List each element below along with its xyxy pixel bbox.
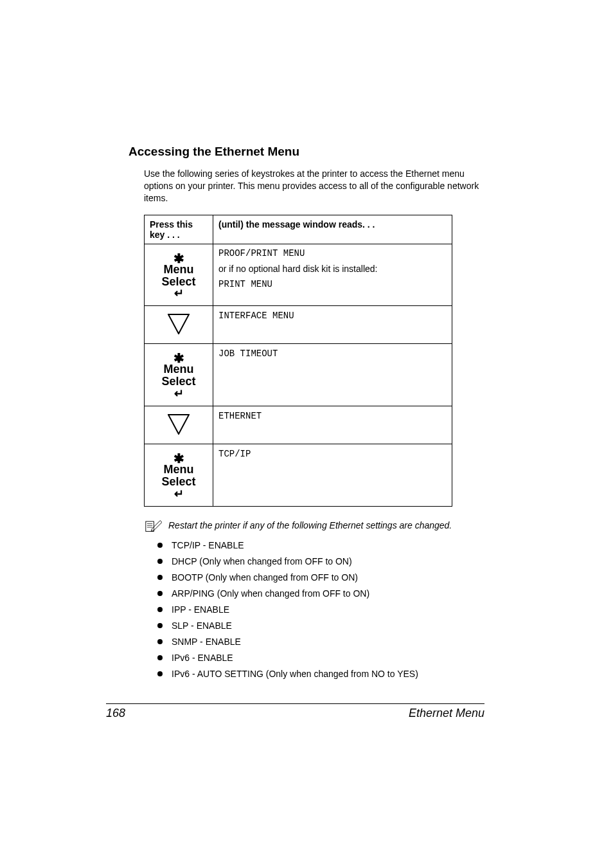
msg-mono: TCP/IP	[218, 449, 251, 459]
list-item: TCP/IP - ENABLE	[157, 541, 484, 550]
select-label: Select	[161, 276, 195, 288]
intro-paragraph: Use the following series of keystrokes a…	[144, 168, 484, 204]
list-item: BOOTP (Only when changed from OFF to ON)	[157, 573, 484, 582]
menu-select-key-icon: ✱ Menu Select ↵	[150, 248, 208, 302]
table-row: ETHERNET	[145, 406, 452, 444]
select-label: Select	[161, 375, 195, 388]
enter-arrow-icon: ↵	[174, 388, 184, 398]
th-key: Press this key . . .	[145, 215, 213, 244]
svg-marker-0	[168, 314, 189, 334]
settings-list: TCP/IP - ENABLE DHCP (Only when changed …	[157, 541, 484, 678]
footer-title: Ethernet Menu	[409, 707, 484, 720]
list-item: ARP/PING (Only when changed from OFF to …	[157, 589, 484, 598]
th-msg: (until) the message window reads. . .	[213, 215, 452, 244]
star-icon: ✱	[173, 352, 184, 363]
msg-mono: INTERFACE MENU	[218, 311, 294, 321]
page-number: 168	[106, 707, 125, 720]
msg-mono: ETHERNET	[218, 411, 262, 421]
section-heading: Accessing the Ethernet Menu	[129, 145, 484, 159]
menu-select-key-icon: ✱ Menu Select ↵	[150, 348, 208, 402]
msg-line2-mono: PRINT MENU	[218, 279, 447, 289]
enter-arrow-icon: ↵	[174, 287, 184, 298]
keystroke-table: Press this key . . . (until) the message…	[144, 215, 452, 507]
star-icon: ✱	[173, 452, 184, 464]
page-footer: 168 Ethernet Menu	[106, 703, 484, 720]
list-item: IPv6 - ENABLE	[157, 653, 484, 662]
svg-marker-1	[168, 415, 189, 434]
table-row: ✱ Menu Select ↵ TCP/IP	[145, 444, 452, 507]
list-item: SLP - ENABLE	[157, 621, 484, 630]
down-key-icon	[150, 410, 208, 440]
table-row: ✱ Menu Select ↵ PROOF/PRINT MENU or if n…	[145, 244, 452, 306]
star-icon: ✱	[173, 252, 184, 264]
note-icon	[144, 520, 162, 534]
note: Restart the printer if any of the follow…	[144, 520, 484, 534]
msg-mono: JOB TIMEOUT	[218, 348, 278, 359]
menu-label: Menu	[164, 264, 194, 276]
page: Accessing the Ethernet Menu Use the foll…	[0, 0, 613, 868]
table-row: INTERFACE MENU	[145, 306, 452, 344]
list-item: SNMP - ENABLE	[157, 637, 484, 646]
list-item: IPv6 - AUTO SETTING (Only when changed f…	[157, 669, 484, 678]
down-key-icon	[150, 310, 208, 339]
menu-label: Menu	[164, 464, 194, 476]
select-label: Select	[161, 476, 195, 488]
menu-label: Menu	[164, 363, 194, 375]
list-item: IPP - ENABLE	[157, 605, 484, 614]
enter-arrow-icon: ↵	[174, 488, 184, 498]
note-text: Restart the printer if any of the follow…	[168, 520, 452, 532]
msg-line1-mono: PROOF/PRINT MENU	[218, 248, 447, 258]
svg-rect-2	[146, 521, 154, 531]
msg-mid-text: or if no optional hard disk kit is insta…	[218, 264, 447, 274]
list-item: DHCP (Only when changed from OFF to ON)	[157, 557, 484, 566]
menu-select-key-icon: ✱ Menu Select ↵	[150, 448, 208, 502]
table-row: ✱ Menu Select ↵ JOB TIMEOUT	[145, 344, 452, 406]
